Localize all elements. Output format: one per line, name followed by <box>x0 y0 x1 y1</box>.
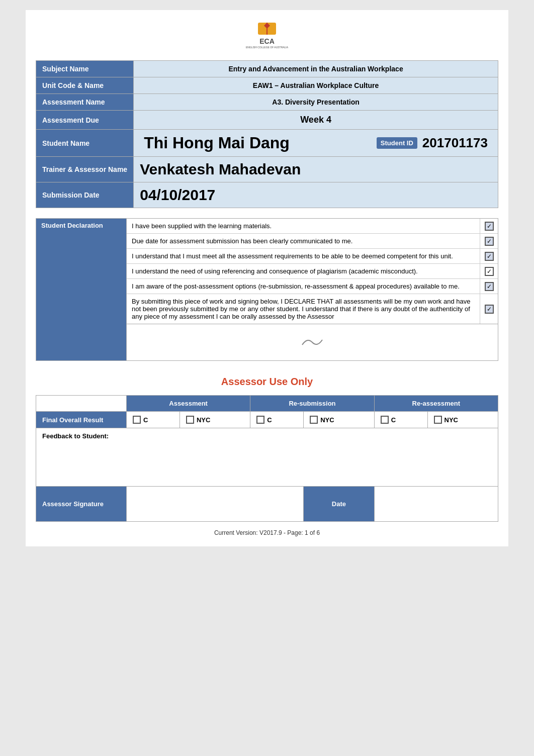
resubmission-col-header: Re-submission <box>250 396 374 412</box>
resub-nyc-check: NYC <box>310 416 368 424</box>
reassess-c-label: C <box>391 416 396 424</box>
date-value-cell <box>374 487 498 522</box>
declaration-item-1: I have been supplied with the learning m… <box>127 219 498 234</box>
declaration-table: Student Declaration I have been supplied… <box>36 218 498 361</box>
declaration-text-1: I have been supplied with the learning m… <box>127 219 480 233</box>
checkbox-3: ✓ <box>485 252 494 261</box>
assessor-table: Assessment Re-submission Re-assessment F… <box>36 395 498 522</box>
resub-c-label: C <box>267 416 272 424</box>
student-id-wrapper: Student ID 201701173 <box>377 135 488 151</box>
reassess-nyc-label: NYC <box>444 416 458 424</box>
resub-c-check: C <box>256 416 297 424</box>
assessment-nyc-label: NYC <box>197 416 210 424</box>
reassess-c-checkbox[interactable] <box>381 416 389 424</box>
svg-text:ENGLISH COLLEGE OF AUSTRALIA: ENGLISH COLLEGE OF AUSTRALIA <box>246 46 289 49</box>
declaration-item-2: Due date for assessment submission has b… <box>127 234 498 249</box>
feedback-cell: Feedback to Student: <box>36 428 498 487</box>
assessor-section: Assessor Use Only Assessment Re-submissi… <box>36 376 498 522</box>
unit-code-row: Unit Code & Name EAW1 – Australian Workp… <box>36 77 498 94</box>
assessment-due-row: Assessment Due Week 4 <box>36 111 498 130</box>
declaration-check-2: ✓ <box>480 234 498 248</box>
assessment-nyc-cell: NYC <box>180 412 250 428</box>
student-name-label: Student Name <box>36 130 134 157</box>
assessor-header-row: Assessment Re-submission Re-assessment <box>36 396 498 412</box>
assessment-c-check: C <box>133 416 173 424</box>
trainer-label: Trainer & Assessor Name <box>36 157 134 182</box>
checkbox-6: ✓ <box>485 305 494 314</box>
assessor-sig-label: Assessor Signature <box>36 487 127 522</box>
declaration-check-4: ✓ <box>480 264 498 278</box>
assessment-name-value: A3. Diversity Presentation <box>134 94 498 111</box>
assessment-name-label: Assessment Name <box>36 94 134 111</box>
resub-nyc-cell: NYC <box>304 412 374 428</box>
assessment-nyc-checkbox[interactable] <box>186 416 194 424</box>
unit-code-label: Unit Code & Name <box>36 77 134 94</box>
declaration-text-5: I am aware of the post-assessment option… <box>127 279 480 294</box>
declaration-text-2: Due date for assessment submission has b… <box>127 234 480 248</box>
assessment-c-label: C <box>143 416 148 424</box>
subject-name-value: Entry and Advancement in the Australian … <box>134 61 498 77</box>
declaration-check-5: ✓ <box>480 279 498 294</box>
student-signature-svg <box>297 335 327 350</box>
date-badge: Date <box>304 487 374 522</box>
declaration-text-6: By submitting this piece of work and sig… <box>127 294 480 324</box>
student-name-row: Student Name Thi Hong Mai Dang Student I… <box>36 130 498 157</box>
final-result-row: Final Overall Result C NYC <box>36 412 498 428</box>
assessor-title: Assessor Use Only <box>36 376 498 388</box>
assessor-sig-row: Assessor Signature Date <box>36 487 498 522</box>
logo: ECA ENGLISH COLLEGE OF AUSTRALIA <box>237 20 297 50</box>
reassessment-col-header: Re-assessment <box>374 396 498 412</box>
trainer-value: Venkatesh Mahadevan <box>134 157 498 182</box>
declaration-item-4: I understand the need of using referenci… <box>127 264 498 279</box>
declaration-item-3: I understand that I must meet all the as… <box>127 249 498 264</box>
checkbox-1: ✓ <box>485 222 494 231</box>
submission-date-label: Submission Date <box>36 182 134 208</box>
feedback-label: Feedback to Student: <box>42 432 492 440</box>
reassess-c-cell: C <box>374 412 427 428</box>
declaration-text-4: I understand the need of using referenci… <box>127 264 480 278</box>
reassess-nyc-checkbox[interactable] <box>434 416 442 424</box>
student-signature-area <box>132 327 493 357</box>
reassess-nyc-check: NYC <box>434 416 492 424</box>
svg-text:ECA: ECA <box>259 37 275 45</box>
footer: Current Version: V2017.9 - Page: 1 of 6 <box>36 529 498 536</box>
final-result-label: Final Overall Result <box>36 412 127 428</box>
assessment-c-cell: C <box>127 412 180 428</box>
feedback-row: Feedback to Student: <box>36 428 498 487</box>
declaration-items-cell: I have been supplied with the learning m… <box>127 219 498 324</box>
reassess-c-check: C <box>381 416 421 424</box>
student-name-value: Thi Hong Mai Dang <box>144 134 290 152</box>
declaration-check-6: ✓ <box>480 294 498 324</box>
assessor-header-empty <box>36 396 127 412</box>
submission-date-row: Submission Date 04/10/2017 <box>36 182 498 208</box>
resub-nyc-checkbox[interactable] <box>310 416 318 424</box>
student-id-badge: Student ID <box>377 137 417 149</box>
resub-c-cell: C <box>250 412 304 428</box>
declaration-item-5: I am aware of the post-assessment option… <box>127 279 498 294</box>
subject-name-label: Subject Name <box>36 61 134 77</box>
declaration-check-1: ✓ <box>480 219 498 233</box>
checkbox-4: ✓ <box>485 267 494 276</box>
student-name-cell: Thi Hong Mai Dang Student ID 201701173 <box>134 130 498 157</box>
reassess-nyc-cell: NYC <box>427 412 498 428</box>
declaration-row-main: Student Declaration I have been supplied… <box>36 219 498 324</box>
resub-c-checkbox[interactable] <box>256 416 264 424</box>
assessment-due-label: Assessment Due <box>36 111 134 130</box>
student-signature-cell <box>127 324 498 361</box>
logo-area: ECA ENGLISH COLLEGE OF AUSTRALIA <box>36 20 498 50</box>
checkbox-5: ✓ <box>485 282 494 291</box>
subject-name-row: Subject Name Entry and Advancement in th… <box>36 61 498 77</box>
assessment-col-header: Assessment <box>127 396 250 412</box>
resub-nyc-label: NYC <box>320 416 334 424</box>
assessor-sig-cell <box>127 487 304 522</box>
feedback-area <box>42 442 492 482</box>
submission-date-value: 04/10/2017 <box>134 182 498 208</box>
declaration-item-6: By submitting this piece of work and sig… <box>127 294 498 324</box>
info-table: Subject Name Entry and Advancement in th… <box>36 60 498 208</box>
assessment-name-row: Assessment Name A3. Diversity Presentati… <box>36 94 498 111</box>
unit-code-value: EAW1 – Australian Workplace Culture <box>134 77 498 94</box>
footer-text: Current Version: V2017.9 - Page: 1 of 6 <box>214 529 320 536</box>
assessment-c-checkbox[interactable] <box>133 416 141 424</box>
trainer-row: Trainer & Assessor Name Venkatesh Mahade… <box>36 157 498 182</box>
declaration-check-3: ✓ <box>480 249 498 263</box>
